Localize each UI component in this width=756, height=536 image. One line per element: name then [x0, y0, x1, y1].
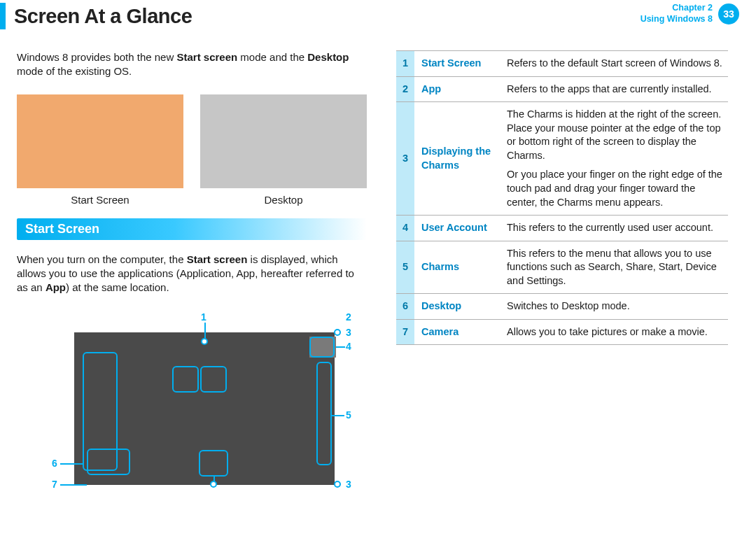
- chapter-block: Chapter 2 Using Windows 8 33: [640, 3, 739, 24]
- row-term: App: [414, 76, 503, 102]
- section-body: When you turn on the computer, the Start…: [17, 253, 367, 295]
- row-number: 2: [396, 76, 414, 102]
- row-description: This refers to the currently used user a…: [503, 216, 728, 241]
- table-row: 4User AccountThis refers to the currentl…: [396, 216, 728, 241]
- table-row: 7CameraAllows you to take pictures or ma…: [396, 319, 728, 345]
- desktop-thumb: [200, 94, 367, 188]
- right-column: 1Start ScreenRefers to the default Start…: [396, 50, 728, 507]
- row-term: Charms: [414, 241, 503, 294]
- chapter-text: Chapter 2 Using Windows 8: [640, 3, 713, 24]
- intro-text: Windows 8 provides both the new: [17, 51, 176, 63]
- table-row: 6DesktopSwitches to Desktop mode.: [396, 294, 728, 320]
- callout-line: [60, 484, 87, 486]
- title-accent-bar: [0, 3, 6, 29]
- title-wrap: Screen At a Glance: [0, 3, 192, 29]
- row-number: 6: [396, 294, 414, 320]
- start-screen-diagram: 1 2 3 4 5 6 7 3: [17, 311, 367, 507]
- intro-paragraph: Windows 8 provides both the new Start sc…: [17, 50, 367, 79]
- left-column: Windows 8 provides both the new Start sc…: [17, 50, 367, 507]
- row-number: 5: [396, 241, 414, 294]
- intro-text: mode of the existing OS.: [17, 65, 132, 77]
- row-term: Camera: [414, 319, 503, 345]
- callout-line: [332, 415, 344, 416]
- row-term: Start Screen: [414, 51, 503, 77]
- start-screen-label: Start Screen: [17, 194, 183, 206]
- page-title: Screen At a Glance: [14, 5, 192, 28]
- body-bold-start-screen: Start screen: [187, 253, 248, 265]
- row-description: This refers to the menu that allows you …: [503, 241, 728, 294]
- row-number: 1: [396, 51, 414, 77]
- row-number: 4: [396, 216, 414, 241]
- diagram-box-tile-a: [172, 366, 199, 393]
- callout-dot: [210, 481, 217, 488]
- callout-7: 7: [52, 479, 57, 490]
- row-description: Refers to the apps that are currently in…: [503, 76, 728, 102]
- row-description: Refers to the default Start screen of Wi…: [503, 51, 728, 77]
- row-number: 7: [396, 319, 414, 345]
- body-text: When you turn on the computer, the: [17, 253, 187, 265]
- definitions-table: 1Start ScreenRefers to the default Start…: [396, 50, 728, 345]
- callout-2: 2: [346, 311, 351, 323]
- diagram-charms-box: [316, 362, 332, 465]
- start-screen-thumb: [17, 94, 183, 188]
- table-row: 3Displaying the CharmsThe Charms is hidd…: [396, 102, 728, 216]
- page-header: Screen At a Glance Chapter 2 Using Windo…: [0, 0, 756, 29]
- diagram-box-tile-b: [200, 366, 227, 393]
- intro-bold-start-screen: Start screen: [176, 51, 237, 63]
- callout-1: 1: [201, 311, 206, 323]
- mode-desktop: Desktop: [200, 94, 367, 206]
- row-term: Desktop: [414, 294, 503, 320]
- table-row: 1Start ScreenRefers to the default Start…: [396, 51, 728, 77]
- chapter-line-2: Using Windows 8: [640, 14, 713, 24]
- callout-5: 5: [346, 409, 351, 421]
- diagram-box-desktop: [87, 449, 130, 475]
- section-heading: Start Screen: [17, 218, 367, 240]
- mode-start-screen: Start Screen: [17, 94, 183, 206]
- row-term: User Account: [414, 216, 503, 241]
- row-description: The Charms is hidden at the right of the…: [503, 102, 728, 216]
- content-columns: Windows 8 provides both the new Start sc…: [0, 29, 756, 507]
- intro-text: mode and the: [237, 51, 307, 63]
- row-description: Allows you to take pictures or make a mo…: [503, 319, 728, 345]
- row-description: Switches to Desktop mode.: [503, 294, 728, 320]
- table-row: 5CharmsThis refers to the menu that allo…: [396, 241, 728, 294]
- page-number-badge: 33: [718, 3, 739, 24]
- callout-line: [204, 323, 206, 339]
- table-body: 1Start ScreenRefers to the default Start…: [396, 51, 728, 345]
- row-term: Displaying the Charms: [414, 102, 503, 216]
- table-row: 2AppRefers to the apps that are currentl…: [396, 76, 728, 102]
- intro-bold-desktop: Desktop: [307, 51, 349, 63]
- diagram-box-camera: [199, 450, 228, 477]
- body-text: ) at the same location.: [66, 281, 169, 293]
- row-number: 3: [396, 102, 414, 216]
- body-bold-app: App: [46, 281, 66, 293]
- diagram-box-user: [309, 337, 335, 358]
- callout-dot: [334, 481, 341, 488]
- callout-dot: [334, 329, 341, 336]
- desktop-label: Desktop: [200, 194, 367, 206]
- callout-line: [60, 463, 84, 465]
- mode-thumbnails: Start Screen Desktop: [17, 94, 367, 206]
- callout-6: 6: [52, 458, 57, 469]
- callout-3-top: 3: [346, 327, 351, 338]
- callout-4: 4: [346, 341, 351, 352]
- callout-3-bottom: 3: [346, 479, 351, 490]
- chapter-line-1: Chapter 2: [672, 3, 713, 13]
